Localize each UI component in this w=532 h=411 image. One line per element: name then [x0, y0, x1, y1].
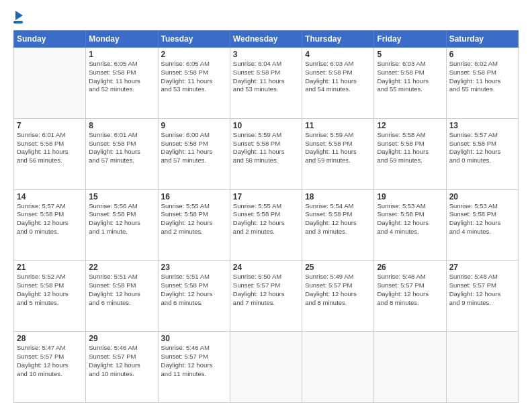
- calendar-cell: [302, 332, 374, 403]
- day-info: Sunrise: 5:46 AM Sunset: 5:57 PM Dayligh…: [161, 344, 227, 378]
- day-number: 23: [161, 263, 227, 272]
- day-number: 4: [305, 50, 371, 59]
- day-info: Sunrise: 5:47 AM Sunset: 5:57 PM Dayligh…: [17, 344, 83, 378]
- day-number: 22: [89, 263, 154, 272]
- header: [13, 12, 519, 24]
- day-info: Sunrise: 5:48 AM Sunset: 5:57 PM Dayligh…: [449, 273, 515, 307]
- day-info: Sunrise: 5:58 AM Sunset: 5:58 PM Dayligh…: [377, 131, 443, 165]
- day-info: Sunrise: 6:05 AM Sunset: 5:58 PM Dayligh…: [161, 60, 227, 94]
- calendar-cell: 7Sunrise: 6:01 AM Sunset: 5:58 PM Daylig…: [14, 118, 86, 189]
- calendar-table: SundayMondayTuesdayWednesdayThursdayFrid…: [13, 30, 519, 403]
- calendar-cell: 14Sunrise: 5:57 AM Sunset: 5:58 PM Dayli…: [14, 189, 86, 261]
- day-number: 8: [89, 121, 154, 130]
- calendar-cell: 26Sunrise: 5:48 AM Sunset: 5:57 PM Dayli…: [374, 261, 446, 332]
- calendar-cell: 28Sunrise: 5:47 AM Sunset: 5:57 PM Dayli…: [14, 332, 86, 403]
- day-number: 17: [233, 192, 299, 201]
- calendar-cell: 15Sunrise: 5:56 AM Sunset: 5:58 PM Dayli…: [86, 189, 158, 261]
- day-header-wednesday: Wednesday: [230, 31, 302, 48]
- calendar-cell: 29Sunrise: 5:46 AM Sunset: 5:57 PM Dayli…: [86, 332, 158, 403]
- day-info: Sunrise: 6:04 AM Sunset: 5:58 PM Dayligh…: [233, 60, 299, 94]
- day-info: Sunrise: 5:53 AM Sunset: 5:58 PM Dayligh…: [377, 202, 443, 236]
- calendar-cell: 21Sunrise: 5:52 AM Sunset: 5:58 PM Dayli…: [14, 261, 86, 332]
- day-info: Sunrise: 6:03 AM Sunset: 5:58 PM Dayligh…: [305, 60, 371, 94]
- day-info: Sunrise: 5:51 AM Sunset: 5:58 PM Dayligh…: [161, 273, 227, 307]
- day-info: Sunrise: 5:52 AM Sunset: 5:58 PM Dayligh…: [17, 273, 83, 307]
- day-info: Sunrise: 6:03 AM Sunset: 5:58 PM Dayligh…: [377, 60, 443, 94]
- logo-blue-part: [13, 12, 23, 24]
- day-info: Sunrise: 6:01 AM Sunset: 5:58 PM Dayligh…: [89, 131, 154, 165]
- day-number: 11: [305, 121, 371, 130]
- day-info: Sunrise: 5:50 AM Sunset: 5:57 PM Dayligh…: [233, 273, 299, 307]
- day-header-friday: Friday: [374, 31, 446, 48]
- day-info: Sunrise: 5:57 AM Sunset: 5:58 PM Dayligh…: [449, 131, 515, 165]
- calendar-cell: 11Sunrise: 5:59 AM Sunset: 5:58 PM Dayli…: [302, 118, 374, 189]
- day-info: Sunrise: 5:57 AM Sunset: 5:58 PM Dayligh…: [17, 202, 83, 236]
- day-number: 7: [17, 121, 83, 130]
- day-number: 12: [377, 121, 443, 130]
- day-info: Sunrise: 6:01 AM Sunset: 5:58 PM Dayligh…: [17, 131, 83, 165]
- calendar-cell: 18Sunrise: 5:54 AM Sunset: 5:58 PM Dayli…: [302, 189, 374, 261]
- day-number: 15: [89, 192, 154, 201]
- day-number: 30: [161, 334, 227, 343]
- day-number: 5: [377, 50, 443, 59]
- calendar-cell: 30Sunrise: 5:46 AM Sunset: 5:57 PM Dayli…: [158, 332, 230, 403]
- calendar-cell: 5Sunrise: 6:03 AM Sunset: 5:58 PM Daylig…: [374, 48, 446, 119]
- day-info: Sunrise: 6:02 AM Sunset: 5:58 PM Dayligh…: [449, 60, 515, 94]
- calendar-cell: 13Sunrise: 5:57 AM Sunset: 5:58 PM Dayli…: [446, 118, 518, 189]
- day-info: Sunrise: 5:55 AM Sunset: 5:58 PM Dayligh…: [233, 202, 299, 236]
- day-number: 21: [17, 263, 83, 272]
- day-number: 20: [449, 192, 515, 201]
- calendar-cell: [374, 332, 446, 403]
- calendar-cell: 23Sunrise: 5:51 AM Sunset: 5:58 PM Dayli…: [158, 261, 230, 332]
- day-number: 3: [233, 50, 299, 59]
- day-header-thursday: Thursday: [302, 31, 374, 48]
- calendar-week-1: 1Sunrise: 6:05 AM Sunset: 5:58 PM Daylig…: [14, 48, 519, 119]
- day-info: Sunrise: 5:59 AM Sunset: 5:58 PM Dayligh…: [233, 131, 299, 165]
- day-info: Sunrise: 6:05 AM Sunset: 5:58 PM Dayligh…: [89, 60, 154, 94]
- day-info: Sunrise: 6:00 AM Sunset: 5:58 PM Dayligh…: [161, 131, 227, 165]
- day-number: 9: [161, 121, 227, 130]
- calendar-cell: 8Sunrise: 6:01 AM Sunset: 5:58 PM Daylig…: [86, 118, 158, 189]
- day-number: 16: [161, 192, 227, 201]
- calendar-cell: [14, 48, 86, 119]
- day-info: Sunrise: 5:54 AM Sunset: 5:58 PM Dayligh…: [305, 202, 371, 236]
- day-number: 26: [377, 263, 443, 272]
- day-info: Sunrise: 5:53 AM Sunset: 5:58 PM Dayligh…: [449, 202, 515, 236]
- day-number: 1: [89, 50, 154, 59]
- calendar-cell: 20Sunrise: 5:53 AM Sunset: 5:58 PM Dayli…: [446, 189, 518, 261]
- day-number: 25: [305, 263, 371, 272]
- calendar-week-5: 28Sunrise: 5:47 AM Sunset: 5:57 PM Dayli…: [14, 332, 519, 403]
- calendar-cell: 27Sunrise: 5:48 AM Sunset: 5:57 PM Dayli…: [446, 261, 518, 332]
- day-number: 14: [17, 192, 83, 201]
- day-header-sunday: Sunday: [14, 31, 86, 48]
- logo: [13, 12, 23, 24]
- day-number: 29: [89, 334, 154, 343]
- day-header-monday: Monday: [86, 31, 158, 48]
- calendar-cell: 22Sunrise: 5:51 AM Sunset: 5:58 PM Dayli…: [86, 261, 158, 332]
- day-number: 28: [17, 334, 83, 343]
- day-number: 27: [449, 263, 515, 272]
- day-number: 10: [233, 121, 299, 130]
- day-header-tuesday: Tuesday: [158, 31, 230, 48]
- day-info: Sunrise: 5:48 AM Sunset: 5:57 PM Dayligh…: [377, 273, 443, 307]
- day-number: 6: [449, 50, 515, 59]
- calendar-cell: 4Sunrise: 6:03 AM Sunset: 5:58 PM Daylig…: [302, 48, 374, 119]
- calendar-cell: 6Sunrise: 6:02 AM Sunset: 5:58 PM Daylig…: [446, 48, 518, 119]
- day-info: Sunrise: 5:55 AM Sunset: 5:58 PM Dayligh…: [161, 202, 227, 236]
- header-row: SundayMondayTuesdayWednesdayThursdayFrid…: [14, 31, 519, 48]
- calendar-cell: 1Sunrise: 6:05 AM Sunset: 5:58 PM Daylig…: [86, 48, 158, 119]
- day-number: 13: [449, 121, 515, 130]
- day-number: 19: [377, 192, 443, 201]
- day-info: Sunrise: 5:59 AM Sunset: 5:58 PM Dayligh…: [305, 131, 371, 165]
- calendar-cell: 2Sunrise: 6:05 AM Sunset: 5:58 PM Daylig…: [158, 48, 230, 119]
- page: SundayMondayTuesdayWednesdayThursdayFrid…: [0, 0, 532, 411]
- calendar-cell: [446, 332, 518, 403]
- logo-arrow-icon: [15, 11, 23, 20]
- calendar-cell: 3Sunrise: 6:04 AM Sunset: 5:58 PM Daylig…: [230, 48, 302, 119]
- calendar-cell: 10Sunrise: 5:59 AM Sunset: 5:58 PM Dayli…: [230, 118, 302, 189]
- day-number: 2: [161, 50, 227, 59]
- calendar-body: 1Sunrise: 6:05 AM Sunset: 5:58 PM Daylig…: [14, 48, 519, 403]
- day-number: 18: [305, 192, 371, 201]
- calendar-cell: 9Sunrise: 6:00 AM Sunset: 5:58 PM Daylig…: [158, 118, 230, 189]
- calendar-cell: 17Sunrise: 5:55 AM Sunset: 5:58 PM Dayli…: [230, 189, 302, 261]
